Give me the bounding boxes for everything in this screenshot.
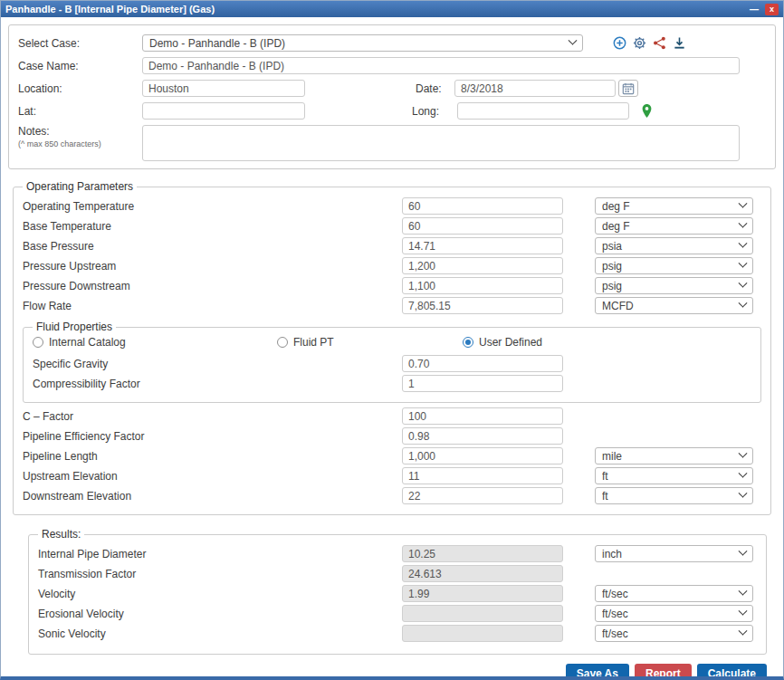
- unit-dropdown[interactable]: mile: [595, 447, 753, 465]
- results-legend: Results:: [38, 528, 84, 541]
- unit-dropdown[interactable]: ft/sec: [595, 585, 753, 602]
- pipeline-length-input[interactable]: [402, 447, 563, 465]
- operating-parameters-section: Operating Parameters Operating Temperatu…: [13, 180, 771, 515]
- specific-gravity-input[interactable]: [402, 355, 563, 372]
- settings-gear-icon[interactable]: [632, 35, 647, 51]
- unit-value: ft/sec: [602, 608, 734, 620]
- pipeline-efficiency-factor-input[interactable]: [402, 427, 563, 445]
- case-action-icons: [612, 35, 687, 51]
- pressure-upstream-input[interactable]: [402, 257, 563, 274]
- download-icon[interactable]: [672, 35, 687, 51]
- chevron-down-icon: [739, 469, 748, 478]
- app-window: Panhandle - B [Internal Pipe Diameter] (…: [0, 0, 784, 680]
- select-case-row: Select Case: Demo - Panhandle - B (IPD): [18, 34, 766, 52]
- base-temperature-input[interactable]: [402, 217, 563, 235]
- calendar-button[interactable]: [618, 80, 638, 97]
- unit-value: ft: [602, 470, 734, 483]
- radio-selected-icon: [463, 337, 473, 348]
- chevron-down-icon: [739, 199, 748, 208]
- unit-value: ft: [602, 490, 734, 503]
- case-section: Select Case: Demo - Panhandle - B (IPD): [8, 24, 776, 169]
- close-button[interactable]: x: [765, 4, 779, 15]
- share-icon[interactable]: [652, 35, 667, 51]
- transmission-factor-output: [402, 565, 563, 582]
- operating-temperature-input[interactable]: [402, 197, 563, 215]
- unit-dropdown[interactable]: deg F: [595, 197, 753, 215]
- param-row: Pressure Downstream psig: [23, 277, 761, 294]
- param-label: Upstream Elevation: [23, 470, 402, 483]
- unit-dropdown[interactable]: psig: [595, 257, 753, 274]
- notes-textarea[interactable]: [142, 125, 740, 161]
- unit-dropdown[interactable]: deg F: [595, 217, 753, 235]
- map-pin-icon[interactable]: [640, 103, 654, 119]
- minimize-button[interactable]: —: [745, 5, 763, 14]
- fluid-source-options: Internal Catalog Fluid PT User Defined: [33, 336, 751, 349]
- unit-dropdown[interactable]: psia: [595, 237, 753, 254]
- unit-dropdown[interactable]: inch: [595, 545, 753, 562]
- fluid-properties-section: Fluid Properties Internal Catalog Fluid …: [23, 321, 761, 403]
- compressibility-factor-input[interactable]: [402, 375, 563, 392]
- param-row: Pipeline Length mile: [23, 447, 761, 465]
- result-label: Velocity: [38, 588, 402, 600]
- base-pressure-input[interactable]: [402, 237, 563, 254]
- chevron-down-icon: [739, 627, 748, 636]
- c-factor-input[interactable]: [402, 407, 563, 425]
- footer-actions: Save As Report Calculate: [8, 655, 776, 676]
- unit-dropdown[interactable]: ft/sec: [595, 625, 753, 642]
- select-case-dropdown[interactable]: Demo - Panhandle - B (IPD): [142, 34, 583, 52]
- result-row: Velocity ft/sec: [38, 585, 757, 602]
- titlebar: Panhandle - B [Internal Pipe Diameter] (…: [1, 1, 783, 17]
- save-as-button[interactable]: Save As: [566, 664, 629, 676]
- radio-fluid-pt[interactable]: Fluid PT: [277, 336, 463, 349]
- date-input[interactable]: [454, 80, 616, 97]
- location-input[interactable]: [142, 80, 305, 97]
- upstream-elevation-input[interactable]: [402, 467, 563, 484]
- param-label: Pipeline Length: [23, 450, 402, 463]
- location-date-row: Location: Date:: [18, 80, 766, 97]
- unit-dropdown[interactable]: ft: [595, 467, 753, 484]
- chevron-down-icon: [569, 36, 578, 45]
- param-label: Base Pressure: [23, 240, 402, 253]
- param-label: Compressibility Factor: [33, 378, 402, 390]
- lat-input[interactable]: [142, 102, 305, 120]
- unit-dropdown[interactable]: ft/sec: [595, 605, 753, 622]
- case-name-row: Case Name:: [18, 57, 766, 74]
- param-label: Operating Temperature: [23, 200, 402, 213]
- calculate-button[interactable]: Calculate: [697, 664, 767, 676]
- chevron-down-icon: [739, 299, 748, 308]
- unit-dropdown[interactable]: psig: [595, 277, 753, 294]
- param-label: Pressure Downstream: [23, 280, 402, 292]
- window-title: Panhandle - B [Internal Pipe Diameter] (…: [5, 4, 745, 14]
- param-label: C – Factor: [23, 410, 402, 423]
- param-row: Upstream Elevation ft: [23, 467, 761, 484]
- param-row: Specific Gravity: [33, 355, 751, 372]
- add-case-icon[interactable]: [612, 35, 627, 51]
- pressure-downstream-input[interactable]: [402, 277, 563, 294]
- radio-label: Fluid PT: [293, 336, 334, 349]
- notes-label-block: Notes: (^ max 850 characters): [18, 125, 142, 148]
- param-row: Base Temperature deg F: [23, 217, 761, 235]
- unit-dropdown[interactable]: MCFD: [595, 297, 753, 314]
- radio-icon: [33, 337, 43, 348]
- unit-value: ft/sec: [602, 627, 734, 640]
- calendar-icon: [622, 82, 635, 95]
- window-content: Select Case: Demo - Panhandle - B (IPD): [1, 17, 783, 676]
- chevron-down-icon: [739, 587, 748, 596]
- result-label: Erosional Velocity: [38, 608, 402, 620]
- param-label: Specific Gravity: [33, 358, 402, 370]
- downstream-elevation-input[interactable]: [402, 487, 563, 504]
- select-case-value: Demo - Panhandle - B (IPD): [149, 37, 564, 50]
- report-button[interactable]: Report: [635, 664, 692, 676]
- unit-value: mile: [602, 450, 734, 463]
- param-label: Flow Rate: [23, 300, 402, 312]
- result-label: Transmission Factor: [38, 568, 402, 580]
- lat-label: Lat:: [18, 105, 142, 118]
- radio-icon: [277, 337, 288, 348]
- case-name-input[interactable]: [142, 57, 740, 74]
- long-input[interactable]: [457, 102, 629, 120]
- unit-dropdown[interactable]: ft: [595, 487, 753, 504]
- flow-rate-input[interactable]: [402, 297, 563, 314]
- notes-label: Notes:: [18, 125, 142, 138]
- radio-internal-catalog[interactable]: Internal Catalog: [33, 336, 277, 349]
- radio-user-defined[interactable]: User Defined: [463, 336, 542, 349]
